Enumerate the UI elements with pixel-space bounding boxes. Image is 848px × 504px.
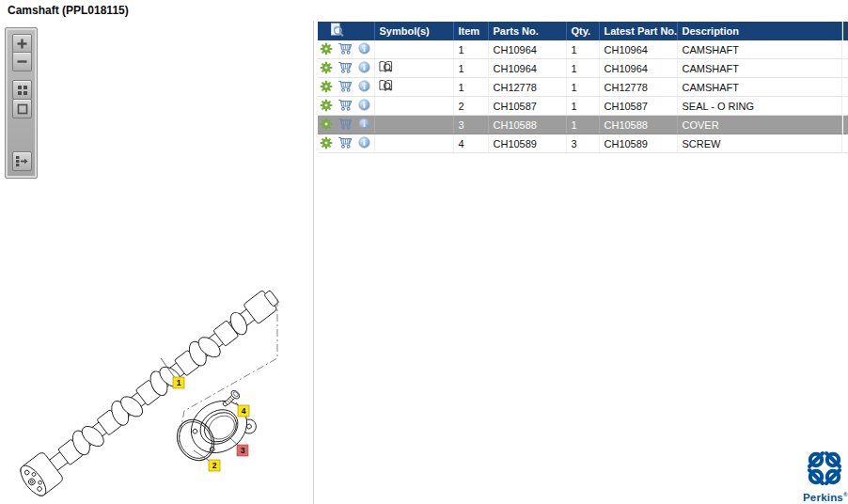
callout-3-label: 3 — [241, 446, 245, 455]
configure-icon[interactable] — [320, 80, 333, 95]
book-search-icon[interactable] — [378, 79, 394, 95]
camshaft-drawing — [16, 282, 285, 500]
info-icon[interactable] — [358, 42, 370, 56]
callout-1[interactable]: 1 — [173, 377, 184, 388]
cell-parts-no: CH12778 — [488, 78, 566, 97]
cell-parts-no: CH10964 — [488, 59, 566, 78]
cell-latest-part-no: CH10964 — [599, 40, 677, 59]
configure-icon[interactable] — [320, 61, 333, 76]
cell-latest-part-no: CH10589 — [599, 134, 677, 153]
cell-description: CAMSHAFT — [677, 40, 841, 59]
cell-parts-no: CH10588 — [488, 116, 566, 134]
column-header-parts-no: Parts No. — [488, 22, 566, 40]
add-to-cart-icon[interactable] — [338, 99, 353, 113]
perkins-logo: Perkins® — [803, 449, 846, 503]
panel-divider — [313, 21, 314, 504]
title-bar: Camshaft (PPL018115) — [0, 0, 848, 21]
cell-item: 4 — [453, 134, 488, 153]
add-to-cart-icon[interactable] — [338, 42, 353, 56]
perkins-logo-text: Perkins — [803, 492, 843, 503]
table-row[interactable]: 2 CH10587 1 CH10587 SEAL - O RING — [318, 97, 841, 116]
cell-qty: 3 — [566, 134, 599, 153]
cell-qty: 1 — [566, 40, 599, 59]
info-icon[interactable] — [358, 61, 370, 75]
column-header-description: Description — [677, 22, 841, 40]
column-header-preview — [318, 22, 374, 40]
cell-item: 1 — [453, 40, 488, 59]
info-icon[interactable] — [358, 118, 370, 132]
table-edge-column — [843, 22, 848, 153]
cell-parts-no: CH10964 — [488, 40, 566, 59]
cell-latest-part-no: CH10964 — [599, 59, 677, 78]
cell-description: SEAL - O RING — [677, 97, 841, 116]
cell-item: 3 — [453, 116, 488, 134]
cell-latest-part-no: CH10588 — [599, 116, 677, 134]
configure-icon[interactable] — [320, 136, 333, 151]
cell-item: 1 — [453, 59, 488, 78]
cell-latest-part-no: CH12778 — [599, 78, 677, 97]
info-icon[interactable] — [358, 99, 370, 113]
column-header-latest-part-no: Latest Part No. — [599, 22, 677, 40]
cell-description: CAMSHAFT — [677, 59, 841, 78]
configure-icon[interactable] — [320, 99, 333, 114]
configure-icon[interactable] — [320, 42, 333, 57]
registered-mark: ® — [843, 492, 848, 497]
add-to-cart-icon[interactable] — [338, 80, 353, 94]
page-title: Camshaft (PPL018115) — [8, 4, 129, 17]
cell-latest-part-no: CH10587 — [599, 97, 677, 116]
parts-table: Symbol(s) Item Parts No. Qty. Latest Par… — [318, 22, 841, 153]
cell-parts-no: CH10587 — [488, 97, 566, 116]
cell-item: 1 — [453, 78, 488, 97]
document-search-icon[interactable] — [329, 23, 344, 39]
callout-3[interactable]: 3 — [237, 445, 248, 456]
info-icon[interactable] — [358, 136, 370, 150]
column-header-qty: Qty. — [566, 22, 599, 40]
cell-description: CAMSHAFT — [677, 78, 841, 97]
book-search-icon[interactable] — [378, 60, 394, 76]
add-to-cart-icon[interactable] — [338, 61, 353, 75]
callout-1-label: 1 — [177, 378, 181, 387]
table-header-row: Symbol(s) Item Parts No. Qty. Latest Par… — [318, 22, 841, 40]
info-icon[interactable] — [358, 80, 370, 94]
table-row[interactable]: 4 CH10589 3 CH10589 SCREW — [318, 134, 841, 153]
cell-qty: 1 — [566, 116, 599, 134]
add-to-cart-icon[interactable] — [338, 136, 353, 150]
callout-4[interactable]: 4 — [238, 405, 249, 417]
callout-2-label: 2 — [212, 461, 217, 470]
cell-qty: 1 — [566, 97, 599, 116]
configure-icon[interactable] — [320, 118, 333, 133]
column-header-item: Item — [453, 22, 488, 40]
parts-diagram: 1 2 3 4 — [0, 21, 313, 504]
callout-4-label: 4 — [242, 406, 246, 416]
table-row[interactable]: 1 CH12778 1 CH12778 CAMSHAFT — [318, 78, 841, 97]
table-row[interactable]: 3 CH10588 1 CH10588 COVER — [318, 116, 841, 134]
cell-item: 2 — [453, 97, 488, 116]
cell-description: COVER — [677, 116, 841, 134]
perkins-monogram-icon — [806, 449, 843, 487]
cell-qty: 1 — [566, 59, 599, 78]
cell-description: SCREW — [677, 134, 841, 153]
cell-parts-no: CH10589 — [488, 134, 566, 153]
callout-2[interactable]: 2 — [209, 460, 220, 471]
cell-qty: 1 — [566, 78, 599, 97]
table-row[interactable]: 1 CH10964 1 CH10964 CAMSHAFT — [318, 40, 841, 59]
table-row[interactable]: 1 CH10964 1 CH10964 CAMSHAFT — [318, 59, 841, 78]
column-header-symbols: Symbol(s) — [374, 22, 453, 40]
add-to-cart-icon[interactable] — [338, 118, 353, 132]
